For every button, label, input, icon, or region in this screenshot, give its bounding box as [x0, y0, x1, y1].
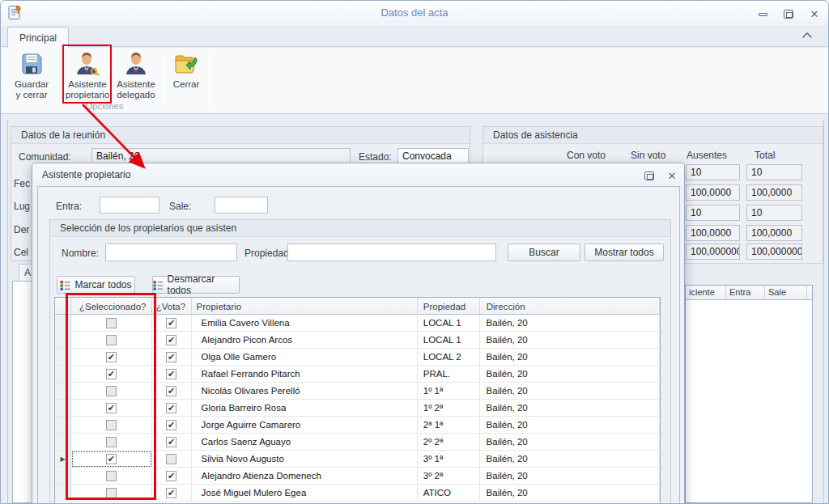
cerrar-button[interactable]: Cerrar [167, 49, 206, 108]
tab-principal[interactable]: Principal [7, 27, 69, 48]
row-indicator-cell[interactable] [55, 383, 71, 400]
propietario-cell[interactable]: Nicolás Olivares Perelló [192, 383, 418, 400]
seleccionado-cell[interactable]: ✔ [71, 451, 152, 468]
seleccionado-cell[interactable] [71, 468, 152, 485]
propiedad-cell[interactable]: 1º 2ª [418, 400, 480, 417]
column-header[interactable]: Propietario [192, 298, 418, 315]
checkbox-checked[interactable]: ✔ [166, 420, 176, 430]
propiedad-cell[interactable]: 3º 1ª [418, 451, 480, 468]
propietario-cell[interactable]: Alejandro Picon Arcos [192, 332, 418, 349]
checkbox-checked[interactable]: ✔ [106, 369, 117, 379]
seleccionado-cell[interactable]: ✔ [71, 366, 152, 383]
vota-cell[interactable]: ✔ [152, 400, 192, 417]
vota-cell[interactable]: ✔ [152, 468, 192, 485]
checkbox-unchecked[interactable] [106, 318, 117, 328]
direccion-cell[interactable]: Bailén, 20 [480, 315, 660, 332]
checkbox-unchecked[interactable] [106, 335, 117, 345]
direccion-cell[interactable]: Bailén, 20 [480, 451, 660, 468]
asistente-propietario-button[interactable]: Asistente propietario [65, 49, 110, 108]
checkbox-unchecked[interactable] [166, 454, 176, 464]
column-header[interactable]: Propiedad [418, 298, 480, 315]
checkbox-checked[interactable]: ✔ [106, 454, 117, 464]
direccion-cell[interactable]: Bailén, 20 [480, 468, 660, 485]
checkbox-checked[interactable]: ✔ [106, 352, 117, 362]
direccion-cell[interactable]: Bailén, 20 [480, 366, 660, 383]
dialog-close-button[interactable]: ✕ [663, 170, 681, 182]
seleccionado-cell[interactable] [71, 383, 152, 400]
row-indicator-cell[interactable] [55, 315, 71, 332]
column-header[interactable]: Dirección [480, 298, 660, 315]
row-indicator-cell[interactable] [55, 468, 71, 485]
entra-input[interactable] [100, 197, 159, 214]
propiedad-cell[interactable]: LOCAL 2 [418, 349, 480, 366]
checkbox-unchecked[interactable] [106, 386, 117, 396]
sale-input[interactable] [215, 197, 268, 214]
row-indicator-cell[interactable] [55, 400, 71, 417]
checkbox-checked[interactable]: ✔ [166, 403, 176, 413]
propiedad-cell[interactable]: 2ª 1ª [418, 417, 480, 434]
row-indicator-cell[interactable] [55, 349, 71, 366]
propietario-cell[interactable]: Rafael Ferrando Pitarch [192, 366, 418, 383]
propietario-cell[interactable]: Olga Olle Gamero [192, 349, 418, 366]
checkbox-checked[interactable]: ✔ [166, 488, 176, 498]
checkbox-checked[interactable]: ✔ [166, 369, 176, 379]
seleccionado-cell[interactable] [71, 417, 152, 434]
close-button[interactable]: ✕ [806, 8, 823, 20]
propietario-cell[interactable]: Alejandro Atienza Domenech [192, 468, 418, 485]
seleccionado-cell[interactable]: ✔ [71, 349, 152, 366]
guardar-y-cerrar-button[interactable]: Guardar y cerrar [11, 49, 53, 108]
propietario-cell[interactable]: José Miguel Mulero Egea [192, 485, 418, 502]
dialog-maximize-button[interactable] [640, 170, 658, 182]
row-indicator-cell[interactable] [55, 485, 71, 502]
asistente-delegado-button[interactable]: Asistente delegado [114, 49, 158, 108]
estado-field[interactable]: Convocada [397, 148, 469, 164]
propiedad-input[interactable] [287, 244, 496, 261]
checkbox-checked[interactable]: ✔ [166, 386, 176, 396]
mostrar-todos-button[interactable]: Mostrar todos [585, 244, 664, 261]
row-indicator-cell[interactable] [55, 417, 71, 434]
propiedad-cell[interactable]: PRAL. [418, 366, 480, 383]
direccion-cell[interactable]: Bailén, 20 [480, 332, 660, 349]
checkbox-checked[interactable]: ✔ [166, 471, 176, 481]
direccion-cell[interactable]: Bailén, 20 [480, 434, 660, 451]
direccion-cell[interactable]: Bailén, 20 [480, 383, 660, 400]
seleccionado-cell[interactable] [71, 332, 152, 349]
vota-cell[interactable]: ✔ [152, 332, 192, 349]
seleccionado-cell[interactable]: ✔ [71, 400, 152, 417]
checkbox-unchecked[interactable] [106, 420, 117, 430]
vota-cell[interactable]: ✔ [152, 434, 192, 451]
propietario-cell[interactable]: Silvia Novo Augusto [192, 451, 418, 468]
seleccionado-cell[interactable] [71, 434, 152, 451]
buscar-button[interactable]: Buscar [508, 244, 580, 261]
desmarcar-todos-button[interactable]: Desmarcar todos [152, 276, 240, 294]
row-indicator-cell[interactable] [55, 366, 71, 383]
vota-cell[interactable]: ✔ [152, 383, 192, 400]
vota-cell[interactable]: ✔ [152, 417, 192, 434]
row-indicator-cell[interactable] [55, 332, 71, 349]
propietario-cell[interactable]: Jorge Aguirre Camarero [192, 417, 418, 434]
collapse-ribbon-button[interactable] [801, 30, 814, 41]
direccion-cell[interactable]: Bailén, 20 [480, 349, 660, 366]
marcar-todos-button[interactable]: Marcar todos [57, 276, 135, 294]
nombre-input[interactable] [105, 244, 237, 261]
row-indicator-cell[interactable] [55, 434, 71, 451]
checkbox-unchecked[interactable] [106, 488, 117, 498]
column-header[interactable]: ¿Vota? [152, 298, 192, 315]
propiedad-cell[interactable]: LOCAL 1 [418, 315, 480, 332]
vota-cell[interactable]: ✔ [152, 315, 192, 332]
vota-cell[interactable]: ✔ [152, 349, 192, 366]
vota-cell[interactable] [152, 451, 192, 468]
direccion-cell[interactable]: Bailén, 20 [480, 417, 660, 434]
column-header[interactable]: ¿Seleccionado? [71, 298, 152, 315]
minimize-button[interactable] [754, 8, 772, 20]
propiedad-cell[interactable]: ATICO [418, 485, 480, 502]
vota-cell[interactable]: ✔ [152, 485, 192, 502]
checkbox-checked[interactable]: ✔ [166, 318, 176, 328]
checkbox-checked[interactable]: ✔ [166, 352, 176, 362]
vota-cell[interactable]: ✔ [152, 366, 192, 383]
direccion-cell[interactable]: Bailén, 20 [480, 400, 660, 417]
checkbox-checked[interactable]: ✔ [106, 403, 117, 413]
checkbox-checked[interactable]: ✔ [166, 335, 176, 345]
propietario-cell[interactable]: Carlos Saenz Aguayo [192, 434, 418, 451]
propietario-cell[interactable]: Gloria Barreiro Rosa [192, 400, 418, 417]
